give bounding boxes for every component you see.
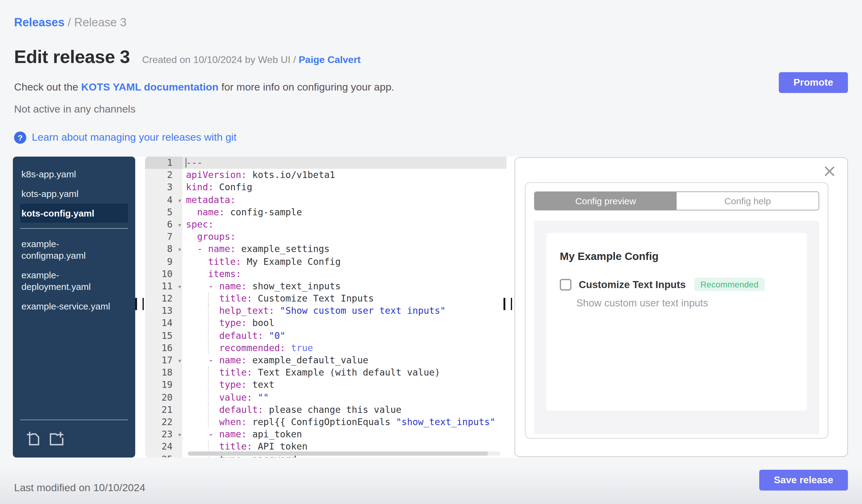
preview-resize-handle[interactable] (504, 298, 512, 311)
code-line-17[interactable]: 17▾ - name: example_default_value (145, 354, 507, 367)
code-text: title: My Example Config (182, 255, 507, 268)
gutter-line-number: 3 (145, 181, 182, 194)
gutter-line-number: 12 (145, 292, 182, 305)
code-line-12[interactable]: 12 title: Customize Text Inputs (145, 292, 507, 305)
sidebar-bottom-divider (20, 420, 128, 420)
breadcrumb-separator: / (65, 16, 74, 29)
code-line-11[interactable]: 11▾ - name: show_text_inputs (145, 280, 507, 292)
breadcrumb-releases-link[interactable]: Releases (14, 16, 65, 29)
code-text: - name: example_default_value (182, 354, 507, 367)
code-line-9[interactable]: 9 title: My Example Config (145, 255, 507, 268)
code-text: title: Text Example (with default value) (182, 367, 507, 379)
gutter-line-number: 11▾ (145, 280, 182, 292)
created-text: Created on 10/10/2024 by Web UI / (142, 54, 299, 65)
new-folder-icon[interactable] (49, 431, 65, 449)
sidebar-actions (13, 425, 135, 457)
fold-arrow-icon[interactable]: ▾ (178, 219, 181, 231)
sidebar-item-example-deployment.yaml[interactable]: example-deployment.yaml (20, 265, 128, 296)
code-lines: 1---2apiVersion: kots.io/v1beta13kind: C… (145, 157, 507, 457)
code-line-21[interactable]: 21 default: please change this value (145, 404, 507, 416)
code-text: - name: show_text_inputs (182, 280, 507, 292)
code-text: spec: (182, 218, 507, 230)
code-text: title: API token (182, 441, 507, 453)
code-line-6[interactable]: 6▾spec: (145, 218, 507, 230)
gutter-line-number: 13 (145, 305, 182, 317)
author-link[interactable]: Paige Calvert (299, 54, 361, 65)
code-line-8[interactable]: 8▾ - name: example_settings (145, 243, 507, 255)
kots-yaml-doc-link[interactable]: KOTS YAML documentation (81, 81, 218, 93)
title-row: Edit release 3 Created on 10/10/2024 by … (14, 47, 361, 67)
preview-inner-card: Config previewConfig help My Example Con… (525, 182, 828, 439)
code-line-15[interactable]: 15 default: "0" (145, 329, 507, 342)
code-text: title: Customize Text Inputs (182, 292, 507, 305)
gutter-line-number: 18 (145, 367, 182, 379)
fold-arrow-icon[interactable]: ▾ (178, 429, 181, 441)
sidebar-item-example-service.yaml[interactable]: example-service.yaml (20, 297, 128, 316)
sidebar-item-example-configmap.yaml[interactable]: example-configmap.yaml (20, 234, 128, 265)
release-editor-page: Releases / Release 3 Edit release 3 Crea… (0, 0, 862, 504)
code-line-13[interactable]: 13 help_text: "Show custom user text inp… (145, 305, 507, 317)
code-text: default: "0" (182, 329, 507, 342)
gutter-line-number: 21 (145, 404, 182, 416)
code-text: --- (182, 157, 507, 169)
code-line-22[interactable]: 22 when: repl{{ ConfigOptionEquals "show… (145, 416, 507, 428)
yaml-editor[interactable]: 1---2apiVersion: kots.io/v1beta13kind: C… (145, 157, 507, 457)
code-line-3[interactable]: 3kind: Config (145, 181, 507, 194)
gutter-line-number: 17▾ (145, 354, 182, 367)
gutter-line-number: 23▾ (145, 428, 182, 440)
git-row: ? Learn about managing your releases wit… (14, 132, 236, 144)
config-item-label: Customize Text Inputs (579, 279, 686, 290)
code-line-23[interactable]: 23▾ - name: api_token (145, 428, 507, 440)
code-line-14[interactable]: 14 type: bool (145, 317, 507, 329)
gutter-line-number: 10 (145, 268, 182, 280)
code-line-10[interactable]: 10 items: (145, 268, 507, 280)
gutter-line-number: 22 (145, 416, 182, 428)
sidebar-resize-handle[interactable] (135, 298, 144, 311)
fold-arrow-icon[interactable]: ▾ (178, 194, 181, 207)
config-item-help: Show custom user text inputs (576, 297, 807, 309)
preview-background: My Example Config Customize Text Inputs … (534, 221, 819, 434)
sidebar-item-kots-config.yaml[interactable]: kots-config.yaml (20, 204, 128, 223)
config-item-row: Customize Text Inputs Recommended (560, 278, 807, 291)
code-text: - name: example_settings (182, 243, 507, 255)
code-line-2[interactable]: 2apiVersion: kots.io/v1beta1 (145, 169, 507, 181)
sidebar-item-kots-app.yaml[interactable]: kots-app.yaml (20, 184, 128, 203)
file-sidebar: k8s-app.yamlkots-app.yamlkots-config.yam… (13, 157, 135, 457)
code-text: recommended: true (182, 342, 507, 354)
config-group-title: My Example Config (560, 250, 807, 263)
code-line-24[interactable]: 24 title: API token (145, 441, 507, 453)
code-line-1[interactable]: 1--- (145, 157, 507, 169)
tab-config-help[interactable]: Config help (677, 192, 819, 210)
file-list-bottom: example-configmap.yamlexample-deployment… (13, 234, 135, 316)
gutter-line-number: 14 (145, 317, 182, 329)
code-text: type: text (182, 379, 507, 391)
code-text: kind: Config (182, 181, 507, 194)
save-release-button[interactable]: Save release (759, 470, 848, 491)
file-list-top: k8s-app.yamlkots-app.yamlkots-config.yam… (13, 164, 135, 223)
gutter-line-number: 2 (145, 169, 182, 181)
git-releases-link[interactable]: Learn about managing your releases with … (32, 132, 236, 144)
code-line-16[interactable]: 16 recommended: true (145, 342, 507, 354)
close-icon[interactable] (824, 166, 835, 177)
editor-horizontal-scrollbar[interactable] (188, 451, 500, 456)
config-card: My Example Config Customize Text Inputs … (546, 233, 807, 410)
code-line-4[interactable]: 4▾metadata: (145, 194, 507, 206)
fold-arrow-icon[interactable]: ▾ (178, 355, 181, 367)
code-line-7[interactable]: 7 groups: (145, 230, 507, 243)
doc-text-before: Check out the (14, 81, 81, 93)
breadcrumb: Releases / Release 3 (14, 16, 127, 29)
sidebar-item-k8s-app.yaml[interactable]: k8s-app.yaml (20, 164, 128, 184)
code-line-20[interactable]: 20 value: "" (145, 391, 507, 403)
code-text: apiVersion: kots.io/v1beta1 (182, 169, 507, 181)
tab-config-preview[interactable]: Config preview (535, 192, 677, 210)
promote-button[interactable]: Promote (779, 72, 848, 93)
code-line-5[interactable]: 5 name: config-sample (145, 206, 507, 218)
channel-status: Not active in any channels (14, 103, 135, 116)
code-line-19[interactable]: 19 type: text (145, 379, 507, 391)
new-file-icon[interactable] (26, 431, 40, 449)
code-line-18[interactable]: 18 title: Text Example (with default val… (145, 367, 507, 379)
fold-arrow-icon[interactable]: ▾ (178, 244, 181, 256)
customize-text-inputs-checkbox[interactable] (560, 279, 571, 290)
fold-arrow-icon[interactable]: ▾ (178, 281, 181, 293)
code-text: help_text: "Show custom user text inputs… (182, 305, 507, 317)
